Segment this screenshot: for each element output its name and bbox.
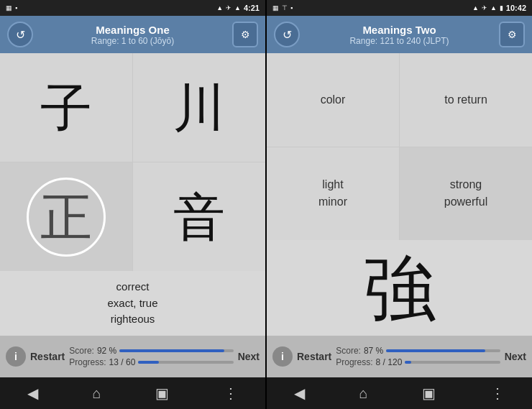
left-nav-bar: ◀ ⌂ ▣ ⋮: [0, 377, 265, 409]
right-settings-button[interactable]: ⚙: [499, 22, 525, 47]
meaning-cell-3[interactable]: strongpowerful: [400, 147, 532, 241]
right-signal-icon: ▲: [472, 4, 479, 12]
kanji-char-3: 音: [173, 191, 225, 243]
left-progress-value: 13 / 60: [109, 357, 136, 367]
right-status-right: ▲ ✈ ▲ ▮ 10:42: [472, 4, 526, 12]
right-airplane-icon: ✈: [482, 4, 487, 12]
right-nav-recents-icon[interactable]: ▣: [422, 385, 436, 402]
right-progress-line: Progress: 8 / 120: [336, 357, 500, 367]
left-progress-bar-fill: [138, 361, 159, 364]
left-score-bar-bg: [119, 349, 233, 352]
left-progress-label: Progress:: [69, 357, 106, 367]
right-info-icon: i: [281, 351, 284, 362]
right-nav-menu-icon[interactable]: ⋮: [490, 385, 505, 402]
kanji-char-1: 川: [173, 82, 225, 134]
right-restart-button[interactable]: Restart: [297, 351, 331, 362]
right-next-button[interactable]: Next: [505, 351, 526, 362]
left-meanings-area: correct exact, true righteous: [0, 271, 265, 336]
right-title-block: Meanings Two Range: 121 to 240 (JLPT): [349, 24, 449, 46]
kanji-cell-1[interactable]: 川: [133, 53, 265, 162]
left-panel: ▦ ▪ ▲ ✈ ▲ 4:21 ↺ Meanings One Range: 1 t…: [0, 0, 265, 409]
meaning-line-1: exact, true: [107, 295, 157, 312]
right-usb-icon: ⊤: [282, 4, 288, 12]
kanji-cell-3[interactable]: 音: [133, 162, 265, 271]
left-score-progress: Score: 92 % Progress: 13 / 60: [69, 346, 233, 367]
right-score-line: Score: 87 %: [336, 346, 500, 356]
right-progress-bar-fill: [405, 361, 411, 364]
right-panel: ▦ ⊤ ▪ ▲ ✈ ▲ ▮ 10:42 ↺ Meanings Two Range…: [267, 0, 532, 409]
left-nav-menu-icon[interactable]: ⋮: [224, 385, 238, 402]
right-score-value: 87 %: [364, 346, 383, 356]
right-score-bar-bg: [386, 349, 500, 352]
right-status-icons-left: ▦ ⊤ ▪: [272, 4, 293, 12]
left-title: Meanings One: [91, 24, 174, 36]
right-info-button[interactable]: i: [272, 346, 293, 367]
right-nav-bar: ◀ ⌂ ▣ ⋮: [267, 377, 532, 409]
right-time: 10:42: [506, 4, 526, 12]
left-back-button[interactable]: ↺: [7, 22, 33, 47]
right-storage-icon: ▪: [290, 4, 293, 12]
storage-icon: ▪: [15, 4, 17, 12]
right-sim-icon: ▦: [272, 4, 279, 12]
left-nav-back-icon[interactable]: ◀: [27, 385, 38, 402]
right-progress-label: Progress:: [336, 357, 372, 367]
right-battery-icon: ▮: [500, 4, 503, 12]
left-info-icon: i: [14, 351, 17, 362]
meaning-line-0: correct: [116, 279, 150, 295]
right-status-bar: ▦ ⊤ ▪ ▲ ✈ ▲ ▮ 10:42: [267, 0, 532, 16]
left-progress-line: Progress: 13 / 60: [69, 357, 233, 367]
left-back-icon: ↺: [16, 28, 25, 42]
left-time: 4:21: [244, 4, 260, 12]
right-subtitle: Range: 121 to 240 (JLPT): [349, 36, 449, 46]
left-next-button[interactable]: Next: [238, 351, 260, 362]
kanji-char-0: 子: [40, 82, 92, 134]
sim-icon: ▦: [6, 4, 12, 12]
right-score-label: Score:: [336, 346, 361, 356]
left-restart-button[interactable]: Restart: [30, 351, 65, 362]
meaning-cell-1[interactable]: to return: [400, 53, 532, 147]
right-nav-home-icon[interactable]: ⌂: [359, 385, 368, 402]
right-back-button[interactable]: ↺: [274, 22, 300, 47]
right-meanings-grid: color to return lightminor strongpowerfu…: [267, 53, 532, 240]
left-subtitle: Range: 1 to 60 (Jōyō): [91, 36, 174, 46]
right-score-bar-fill: [386, 349, 485, 352]
meaning-line-2: righteous: [111, 311, 155, 328]
left-progress-bar-bg: [138, 361, 233, 364]
right-wifi-icon: ▲: [490, 4, 497, 12]
meaning-cell-0[interactable]: color: [267, 53, 399, 147]
kanji-cell-0[interactable]: 子: [0, 53, 132, 162]
left-score-value: 92 %: [97, 346, 116, 356]
left-status-icons-left: ▦ ▪: [6, 4, 17, 12]
meaning-cell-text-3: strongpowerful: [444, 176, 487, 211]
airplane-icon: ✈: [226, 4, 231, 12]
signal-icon: ▲: [216, 4, 223, 12]
meaning-cell-2[interactable]: lightminor: [267, 147, 399, 241]
right-big-kanji-area: 強: [267, 240, 532, 336]
right-title: Meanings Two: [349, 24, 449, 36]
right-settings-icon: ⚙: [508, 29, 517, 40]
left-score-label: Score:: [69, 346, 94, 356]
kanji-cell-2[interactable]: 正: [0, 162, 132, 271]
right-nav-back-icon[interactable]: ◀: [294, 385, 305, 402]
left-settings-button[interactable]: ⚙: [232, 22, 258, 47]
left-nav-recents-icon[interactable]: ▣: [155, 385, 169, 402]
right-score-progress: Score: 87 % Progress: 8 / 120: [336, 346, 500, 367]
left-settings-icon: ⚙: [241, 29, 250, 40]
right-header: ↺ Meanings Two Range: 121 to 240 (JLPT) …: [267, 16, 532, 53]
left-info-button[interactable]: i: [6, 346, 26, 367]
left-status-right: ▲ ✈ ▲ 4:21: [216, 4, 260, 12]
meaning-cell-text-1: to return: [444, 91, 487, 109]
left-score-bar-fill: [119, 349, 224, 352]
meaning-cell-text-0: color: [321, 91, 346, 109]
right-progress-value: 8 / 120: [376, 357, 403, 367]
left-score-line: Score: 92 %: [69, 346, 233, 356]
left-nav-home-icon[interactable]: ⌂: [93, 385, 101, 402]
wifi-icon: ▲: [234, 4, 241, 12]
kanji-char-2: 正: [40, 191, 92, 243]
left-kanji-grid: 子 川 正 音: [0, 53, 265, 271]
meaning-cell-text-2: lightminor: [318, 176, 347, 211]
left-bottom-bar: i Restart Score: 92 % Progress: 13 / 60 …: [0, 336, 265, 377]
right-back-icon: ↺: [283, 28, 292, 42]
right-progress-bar-bg: [405, 361, 500, 364]
right-big-kanji: 強: [364, 252, 436, 324]
